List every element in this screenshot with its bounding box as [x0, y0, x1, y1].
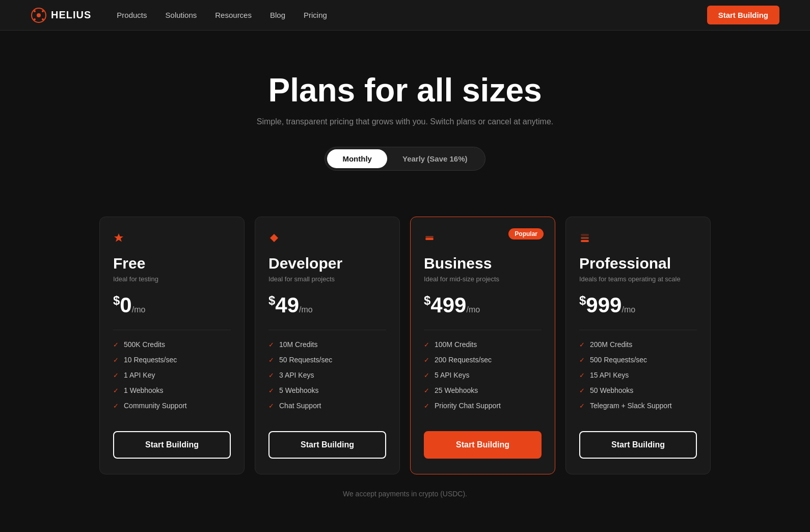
- feature-text: Priority Chat Support: [435, 402, 501, 410]
- plan-price: $0/mo: [113, 293, 231, 317]
- feature-item: ✓5 Webhooks: [268, 386, 386, 394]
- plan-price: $49/mo: [268, 293, 386, 317]
- plan-name: Professional: [579, 255, 697, 272]
- plan-card-business: Popular Business Ideal for mid-size proj…: [410, 217, 555, 474]
- svg-point-2: [34, 10, 36, 12]
- feature-item: ✓50 Requests/sec: [268, 356, 386, 364]
- check-icon: ✓: [424, 356, 429, 364]
- svg-point-4: [34, 18, 36, 20]
- check-icon: ✓: [424, 402, 429, 410]
- svg-rect-6: [425, 236, 434, 238]
- nav-links: Products Solutions Resources Blog Pricin…: [117, 11, 707, 19]
- feature-item: ✓Priority Chat Support: [424, 402, 542, 410]
- feature-item: ✓Telegram + Slack Support: [579, 402, 697, 410]
- nav-cta-button[interactable]: Start Building: [707, 6, 779, 24]
- price-suffix: /mo: [622, 305, 635, 314]
- pricing-grid: Free Ideal for testing $0/mo ✓500K Credi…: [79, 217, 731, 474]
- popular-badge: Popular: [508, 228, 544, 240]
- feature-text: 50 Requests/sec: [279, 356, 332, 364]
- feature-item: ✓1 Webhooks: [113, 386, 231, 394]
- plan-features-list: ✓100M Credits✓200 Requests/sec✓5 API Key…: [424, 340, 542, 417]
- yearly-toggle[interactable]: Yearly (Save 16%): [387, 149, 483, 168]
- plan-icon-professional: [579, 232, 697, 247]
- svg-point-5: [42, 18, 44, 20]
- plan-desc: Ideal for testing: [113, 275, 231, 283]
- feature-item: ✓10 Requests/sec: [113, 356, 231, 364]
- check-icon: ✓: [113, 402, 119, 410]
- feature-text: 10M Credits: [279, 340, 317, 349]
- plan-price: $999/mo: [579, 293, 697, 317]
- nav-solutions[interactable]: Solutions: [166, 11, 197, 19]
- check-icon: ✓: [268, 387, 274, 394]
- feature-item: ✓25 Webhooks: [424, 386, 542, 394]
- check-icon: ✓: [579, 402, 585, 410]
- check-icon: ✓: [424, 371, 429, 379]
- plan-cta-button[interactable]: Start Building: [113, 431, 231, 459]
- feature-item: ✓500K Credits: [113, 340, 231, 349]
- plan-card-professional: Professional Ideals for teams operating …: [565, 217, 711, 474]
- feature-item: ✓100M Credits: [424, 340, 542, 349]
- plan-name: Free: [113, 255, 231, 272]
- hero-section: Plans for all sizes Simple, transparent …: [0, 31, 810, 196]
- plan-icon-developer: [268, 232, 386, 247]
- hero-title: Plans for all sizes: [10, 71, 800, 109]
- feature-text: 200M Credits: [590, 340, 632, 349]
- plan-cta-button[interactable]: Start Building: [268, 431, 386, 459]
- plan-name: Business: [424, 255, 542, 272]
- price-suffix: /mo: [132, 305, 146, 314]
- svg-point-3: [42, 10, 44, 12]
- feature-text: 1 Webhooks: [124, 386, 164, 394]
- nav-resources[interactable]: Resources: [215, 11, 252, 19]
- logo-icon: [31, 7, 47, 23]
- plan-features-list: ✓10M Credits✓50 Requests/sec✓3 API Keys✓…: [268, 340, 386, 417]
- check-icon: ✓: [113, 356, 119, 364]
- feature-text: 200 Requests/sec: [435, 356, 492, 364]
- plan-cta-button[interactable]: Start Building: [579, 431, 697, 459]
- logo[interactable]: HELIUS: [31, 7, 91, 23]
- monthly-toggle[interactable]: Monthly: [327, 149, 387, 168]
- plan-divider: [424, 330, 542, 330]
- footer-note: We accept payments in crypto (USDC).: [0, 474, 810, 508]
- price-suffix: /mo: [299, 305, 313, 314]
- feature-text: 100M Credits: [435, 340, 477, 349]
- nav-products[interactable]: Products: [117, 11, 147, 19]
- feature-item: ✓3 API Keys: [268, 371, 386, 379]
- check-icon: ✓: [268, 341, 274, 349]
- svg-rect-10: [581, 240, 589, 242]
- svg-rect-9: [581, 237, 589, 239]
- check-icon: ✓: [268, 371, 274, 379]
- plan-features-list: ✓200M Credits✓500 Requests/sec✓15 API Ke…: [579, 340, 697, 417]
- feature-text: Telegram + Slack Support: [590, 402, 672, 410]
- plan-features-list: ✓500K Credits✓10 Requests/sec✓1 API Key✓…: [113, 340, 231, 417]
- check-icon: ✓: [579, 371, 585, 379]
- feature-text: 500 Requests/sec: [590, 356, 647, 364]
- plan-icon-free: [113, 232, 231, 247]
- plan-cta-button[interactable]: Start Building: [424, 431, 542, 459]
- feature-item: ✓200M Credits: [579, 340, 697, 349]
- check-icon: ✓: [579, 356, 585, 364]
- check-icon: ✓: [268, 402, 274, 410]
- svg-point-1: [37, 13, 41, 17]
- plan-name: Developer: [268, 255, 386, 272]
- check-icon: ✓: [579, 341, 585, 349]
- feature-item: ✓15 API Keys: [579, 371, 697, 379]
- plan-card-free: Free Ideal for testing $0/mo ✓500K Credi…: [99, 217, 245, 474]
- feature-item: ✓5 API Keys: [424, 371, 542, 379]
- billing-toggle: Monthly Yearly (Save 16%): [325, 147, 485, 171]
- feature-item: ✓Community Support: [113, 402, 231, 410]
- plan-desc: Ideal for mid-size projects: [424, 275, 542, 283]
- logo-text: HELIUS: [51, 9, 91, 21]
- feature-item: ✓1 API Key: [113, 371, 231, 379]
- feature-text: 25 Webhooks: [435, 386, 478, 394]
- plan-divider: [268, 330, 386, 330]
- feature-text: 500K Credits: [124, 340, 165, 349]
- check-icon: ✓: [113, 341, 119, 349]
- currency-symbol: $: [268, 294, 275, 307]
- plan-card-developer: Developer Ideal for small projects $49/m…: [255, 217, 400, 474]
- svg-rect-7: [425, 238, 434, 240]
- nav-blog[interactable]: Blog: [270, 11, 285, 19]
- feature-text: 5 API Keys: [435, 371, 469, 379]
- feature-text: 3 API Keys: [279, 371, 314, 379]
- nav-pricing[interactable]: Pricing: [304, 11, 327, 19]
- feature-text: 50 Webhooks: [590, 386, 633, 394]
